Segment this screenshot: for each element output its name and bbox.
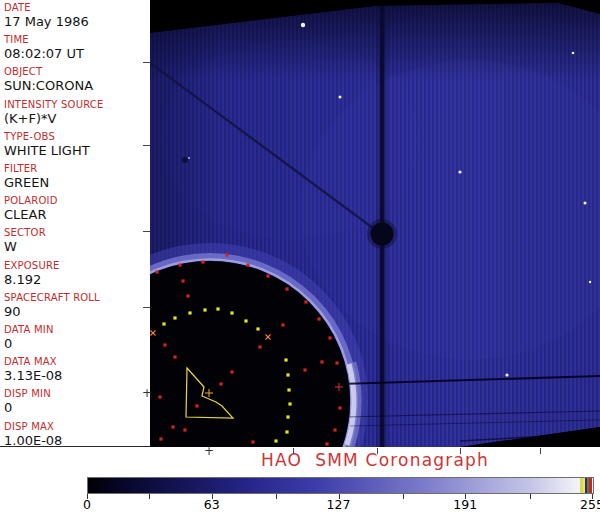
yellow-fiducial-dot <box>188 311 191 314</box>
metadata-field-spacecraft-roll: SPACECRAFT ROLL90 <box>4 292 148 320</box>
field-label: DATA MAX <box>4 356 148 368</box>
metadata-field-sector: SECTORW <box>4 227 148 255</box>
bottom-axis-tick <box>377 448 378 454</box>
red-fiducial-dot <box>281 323 284 326</box>
field-value: 3.13E-08 <box>4 368 148 384</box>
field-value: 90 <box>4 304 148 320</box>
red-fiducial-dot <box>338 406 341 409</box>
red-fiducial-dot <box>186 294 189 297</box>
red-fiducial-dot <box>325 442 328 445</box>
white-speck <box>589 281 591 283</box>
red-fiducial-dot <box>251 440 254 443</box>
field-value: 0 <box>4 400 148 416</box>
red-fiducial-dot <box>320 360 323 363</box>
coronagraph-viewer-window: DATE17 May 1986TIME08:02:07 UTOBJECTSUN:… <box>0 0 600 512</box>
metadata-field-object: OBJECTSUN:CORONA <box>4 66 148 94</box>
metadata-field-time: TIME08:02:07 UT <box>4 34 148 62</box>
yellow-fiducial-dot <box>285 430 288 433</box>
yellow-fiducial-dot <box>216 307 219 310</box>
colorbar-tick <box>276 494 277 499</box>
red-fiducial-dot <box>171 425 174 428</box>
white-speck <box>505 373 508 376</box>
field-label: DISP MAX <box>4 421 148 433</box>
field-label: DATA MIN <box>4 324 148 336</box>
field-label: DISP MIN <box>4 388 148 400</box>
colorbar-gradient <box>87 477 594 494</box>
field-label: SPACECRAFT ROLL <box>4 292 148 304</box>
red-fiducial-dot <box>304 300 307 303</box>
metadata-field-intensity-source: INTENSITY SOURCE(K+F)*V <box>4 99 148 127</box>
red-fiducial-dot <box>158 395 161 398</box>
field-value: GREEN <box>4 175 148 191</box>
bright-pixel <box>188 157 190 159</box>
red-fiducial-dot <box>181 279 184 282</box>
white-speck <box>458 170 461 173</box>
yellow-fiducial-dot <box>288 402 291 405</box>
field-value: 0 <box>4 336 148 352</box>
colorbar-tick-label: 255 <box>570 497 600 512</box>
occulter-ball <box>371 223 394 246</box>
colorbar-tick <box>403 494 404 499</box>
left-axis-tick <box>143 145 150 146</box>
exposure-plate <box>150 0 600 447</box>
bottom-axis-plus: + <box>204 445 214 457</box>
white-speck <box>584 202 587 205</box>
field-label: TYPE-OBS <box>4 131 148 143</box>
red-fiducial-dot <box>328 336 331 339</box>
colorbar-tick <box>530 494 531 499</box>
field-label: TIME <box>4 34 148 46</box>
yellow-fiducial-dot <box>203 308 206 311</box>
yellow-fiducial-dot <box>287 388 290 391</box>
red-fiducial-dot <box>333 428 336 431</box>
field-value: 17 May 1986 <box>4 14 148 30</box>
yellow-fiducial-dot <box>286 373 289 376</box>
field-label: SECTOR <box>4 227 148 239</box>
field-label: DATE <box>4 2 148 14</box>
left-axis-plus: + <box>142 387 152 399</box>
yellow-fiducial-dot <box>274 439 277 442</box>
metadata-sidebar: DATE17 May 1986TIME08:02:07 UTOBJECTSUN:… <box>0 0 150 447</box>
metadata-field-disp-max: DISP MAX1.00E-08 <box>4 421 148 449</box>
red-fiducial-dot <box>317 317 320 320</box>
red-fiducial-dot <box>303 368 306 371</box>
coronagraph-image <box>150 0 600 447</box>
field-value: W <box>4 239 148 255</box>
red-fiducial-dot <box>163 343 166 346</box>
colorbar-tick-label: 63 <box>190 497 234 512</box>
yellow-fiducial-dot <box>173 316 176 319</box>
yellow-fiducial-dot <box>256 327 259 330</box>
red-fiducial-dot <box>183 428 186 431</box>
bottom-axis-tick <box>293 448 294 454</box>
white-speck <box>301 23 305 27</box>
field-value: 08:02:07 UT <box>4 46 148 62</box>
colorbar-tick-label: 0 <box>65 497 109 512</box>
yellow-fiducial-dot <box>162 322 165 325</box>
colorbar-tick <box>149 494 150 499</box>
red-fiducial-dot <box>155 270 158 273</box>
image-title: HAO SMM Coronagraph <box>150 450 600 470</box>
left-axis-tick <box>143 62 150 63</box>
field-value: WHITE LIGHT <box>4 143 148 159</box>
metadata-field-type-obs: TYPE-OBSWHITE LIGHT <box>4 131 148 159</box>
red-fiducial-dot <box>230 370 233 373</box>
field-label: EXPOSURE <box>4 260 148 272</box>
red-fiducial-dot <box>195 404 198 407</box>
field-label: POLAROID <box>4 195 148 207</box>
yellow-fiducial-dot <box>284 358 287 361</box>
field-value: CLEAR <box>4 207 148 223</box>
colorbar-tick-label: 127 <box>317 497 361 512</box>
red-fiducial-dot <box>266 274 269 277</box>
colorbar-end-stripe <box>589 478 592 493</box>
left-axis-tick <box>143 307 150 308</box>
dark-speck <box>182 157 188 163</box>
white-speck <box>572 52 575 55</box>
yellow-fiducial-dot <box>230 311 233 314</box>
field-value: 8.192 <box>4 272 148 288</box>
red-fiducial-dot <box>201 260 204 263</box>
left-axis-tick <box>143 231 150 232</box>
colorbar-tick-label: 191 <box>443 497 487 512</box>
metadata-field-polaroid: POLAROIDCLEAR <box>4 195 148 223</box>
white-speck <box>339 96 342 99</box>
red-fiducial-dot <box>159 437 162 440</box>
metadata-field-data-min: DATA MIN0 <box>4 324 148 352</box>
